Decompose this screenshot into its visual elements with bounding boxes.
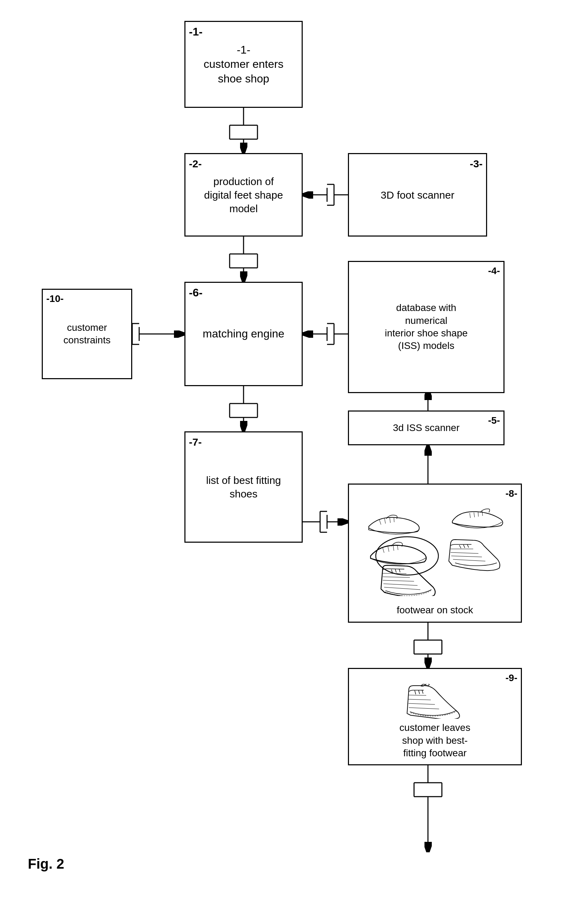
node-2-num: -2- (189, 157, 202, 171)
node-4-num: -4- (488, 265, 500, 277)
node-8-num: -8- (506, 488, 517, 500)
node-1-label: -1- customer enters shoe shop (204, 43, 283, 86)
node-7-num: -7- (189, 435, 202, 449)
node-10: -10- customer constraints (42, 289, 132, 379)
node-6-num: -6- (189, 286, 202, 300)
figure-label: Fig. 2 (28, 856, 64, 872)
node-4-label: database with numerical interior shoe sh… (385, 302, 468, 352)
node-8-label: footwear on stock (349, 604, 521, 617)
node-3: -3- 3D foot scanner (348, 153, 487, 237)
boot-illustration (400, 684, 470, 719)
node-3-num: -3- (470, 157, 483, 171)
node-1-num: -1- (189, 25, 202, 39)
node-3-label: 3D foot scanner (381, 188, 454, 202)
node-5-label: 3d ISS scanner (393, 421, 459, 434)
node-2: -2- production of digital feet shape mod… (184, 153, 303, 237)
node-7-label: list of best fitting shoes (206, 473, 281, 500)
node-9-num: -9- (506, 672, 517, 684)
svg-point-58 (376, 537, 438, 575)
node-10-num: -10- (46, 292, 64, 305)
node-10-label: customer constraints (63, 321, 110, 347)
node-7: -7- list of best fitting shoes (184, 431, 303, 543)
shoe-illustrations (359, 499, 512, 596)
diagram: -1- -1- customer enters shoe shop -2- pr… (0, 0, 588, 917)
node-1: -1- -1- customer enters shoe shop (184, 21, 303, 108)
node-6: -6- matching engine (184, 282, 303, 386)
node-5-num: -5- (488, 414, 500, 427)
node-9-label: customer leaves shop with best- fitting … (399, 722, 470, 759)
node-9: -9- customer leaves shop with best- fitt… (348, 668, 522, 765)
node-5: -5- 3d ISS scanner (348, 410, 504, 445)
node-4: -4- database with numerical interior sho… (348, 261, 504, 393)
node-8: -8- (348, 484, 522, 623)
node-2-label: production of digital feet shape model (204, 174, 283, 215)
node-6-label: matching engine (203, 327, 284, 341)
